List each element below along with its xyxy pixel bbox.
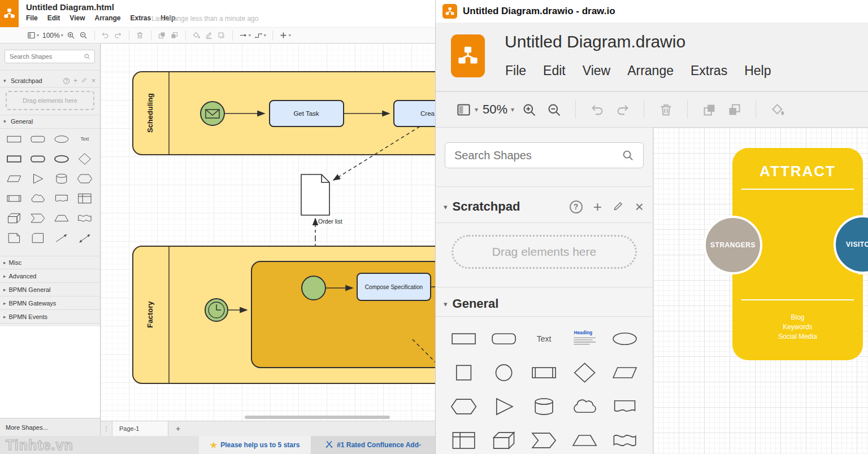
shape-bold-ellipse[interactable] [50,149,73,169]
shadow-button[interactable] [216,29,227,42]
shape-circle[interactable] [484,356,524,390]
shape-bold-rectangle[interactable] [2,149,26,169]
layout-button[interactable]: ▾ [456,98,478,121]
menu-extras[interactable]: Extras [691,63,727,78]
timer-start-event[interactable] [205,299,228,321]
shape-cylinder[interactable] [50,169,73,189]
shape-document[interactable] [50,189,73,208]
shape-note[interactable] [2,228,26,248]
shape-text[interactable]: Text [73,129,97,149]
shape-triangle[interactable] [26,169,50,189]
page-tab[interactable]: Page-1 [112,421,168,436]
shape-step[interactable] [524,424,564,454]
to-front-button[interactable] [699,98,719,121]
shape-rectangle[interactable] [2,129,26,149]
shape-rounded-rectangle[interactable] [484,322,524,356]
close-icon[interactable]: × [92,77,96,85]
menu-edit[interactable]: Edit [543,63,566,78]
to-front-button[interactable] [157,29,168,42]
add-page-button[interactable]: + [168,421,188,436]
layout-button[interactable]: ▾ [26,29,40,42]
connection-button[interactable]: ▾ [238,29,252,42]
to-back-button[interactable] [169,29,180,42]
diagram-canvas[interactable]: Scheduling Get Task Crea [101,43,435,421]
strangers-node[interactable]: STRANGERS [704,216,762,274]
insert-button[interactable]: ▾ [278,29,292,42]
shape-cube[interactable] [484,424,524,454]
section-bpmn-gateways[interactable]: ▸BPMN Gateways [0,296,100,310]
pencil-icon[interactable] [81,77,88,85]
search-input[interactable] [5,53,84,60]
confluence-addon-banner[interactable]: #1 Rated Confluence Add- [311,436,435,454]
add-icon[interactable]: + [73,77,77,85]
scratchpad-dropzone[interactable]: Drag elements here [6,91,94,110]
shape-ellipse[interactable] [50,129,73,149]
pencil-icon[interactable] [613,198,624,216]
shape-rectangle[interactable] [444,322,484,356]
zoom-out-button[interactable] [544,98,564,121]
redo-button[interactable] [612,98,632,121]
start-event[interactable] [302,276,326,300]
delete-button[interactable] [134,29,146,42]
delete-button[interactable] [656,98,676,121]
horizontal-scrollbar[interactable] [245,416,390,419]
diagram-canvas[interactable]: ATTRACT BlogKeywordsSocial Media STRANGE… [653,128,868,454]
section-bpmn-general[interactable]: ▸BPMN General [0,283,100,296]
shape-document[interactable] [605,390,645,424]
waypoints-button[interactable]: ▾ [253,29,267,42]
scratchpad-dropzone[interactable]: Drag elements here [452,235,637,269]
shape-card[interactable] [26,228,50,248]
general-section-header[interactable]: ▾ General [436,291,653,316]
shape-table[interactable] [444,424,484,454]
menu-edit[interactable]: Edit [47,14,60,22]
zoom-in-button[interactable] [519,98,539,121]
add-icon[interactable]: + [593,198,602,216]
shape-process[interactable] [524,356,564,390]
menu-file[interactable]: File [26,14,38,22]
zoom-level-dropdown[interactable]: 50%▾ [483,98,514,121]
shape-cube[interactable] [2,208,26,228]
shape-hexagon[interactable] [73,169,97,189]
help-icon[interactable]: ? [63,78,70,84]
scratchpad-header[interactable]: ▾ Scratchpad ?+× [0,75,100,87]
section-misc[interactable]: ▸Misc [0,256,100,269]
task-create[interactable]: Crea [394,101,435,126]
zoom-level-dropdown[interactable]: 100%▾ [41,29,64,42]
menu-file[interactable]: File [505,63,526,78]
shape-cylinder[interactable] [524,390,564,424]
data-object-order-list[interactable]: Order list [301,174,342,225]
shape-cloud[interactable] [565,390,605,424]
shape-hexagon[interactable] [444,390,484,424]
shape-table[interactable] [73,189,97,208]
task-get-task[interactable]: Get Task [270,101,344,126]
shape-bidirectional-edge[interactable] [73,228,97,248]
pages-menu-handle[interactable]: ⋮ [101,421,112,436]
shape-diamond[interactable] [565,356,605,390]
section-bpmn-events[interactable]: ▸BPMN Events [0,310,100,324]
shape-triangle[interactable] [484,390,524,424]
shape-bold-rounded-rectangle[interactable] [26,149,50,169]
rate-banner[interactable]: ★ Please help us to 5 stars [199,436,311,454]
menu-view[interactable]: View [583,63,610,78]
shape-parallelogram[interactable] [605,356,645,390]
line-color-button[interactable] [203,29,215,42]
shape-cloud[interactable] [26,189,50,208]
menu-help[interactable]: Help [744,63,771,78]
redo-button[interactable] [112,29,124,42]
undo-button[interactable] [100,29,111,42]
shape-rounded-rectangle[interactable] [26,129,50,149]
shape-trapezoid[interactable] [565,424,605,454]
undo-button[interactable] [587,98,607,121]
task-compose-specification[interactable]: Compose Specification [357,273,431,300]
general-section-header[interactable]: ▾ General [0,115,100,128]
menu-arrange[interactable]: Arrange [94,14,120,22]
help-icon[interactable]: ? [570,200,583,213]
shape-tape[interactable] [605,424,645,454]
close-icon[interactable]: × [635,198,644,216]
message-start-event[interactable] [201,102,224,125]
zoom-out-button[interactable] [78,29,89,42]
menu-view[interactable]: View [70,14,85,22]
menu-extras[interactable]: Extras [131,14,151,22]
shape-process[interactable] [2,189,26,208]
more-shapes-button[interactable]: More Shapes... [0,418,101,436]
